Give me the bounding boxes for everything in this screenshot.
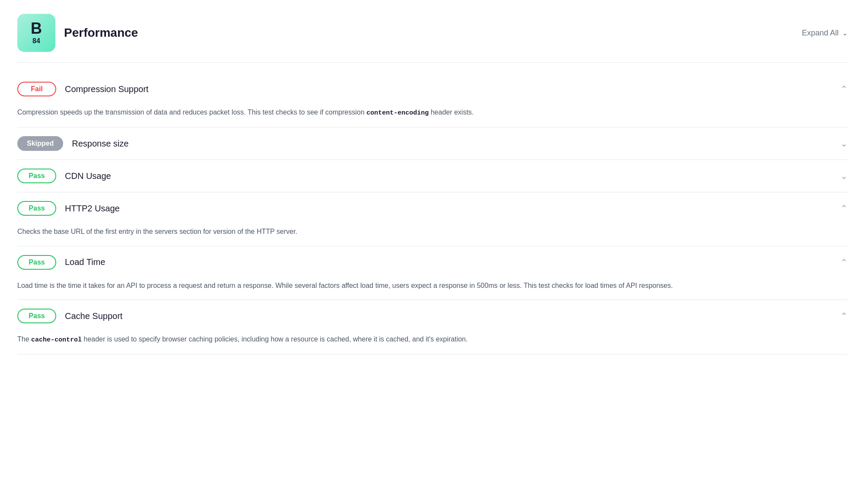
- page-header: B 84 Performance Expand All ⌄: [17, 14, 848, 63]
- page-title: Performance: [64, 26, 138, 40]
- test-item-cache-support: PassCache Support⌃The cache-control head…: [17, 300, 848, 354]
- status-badge-compression-support: Fail: [17, 82, 56, 96]
- test-description-compression-support: Compression speeds up the transmission o…: [17, 105, 848, 127]
- test-header-cdn-usage[interactable]: PassCDN Usage⌄: [17, 160, 848, 192]
- test-item-compression-support: FailCompression Support⌃Compression spee…: [17, 73, 848, 128]
- page-container: B 84 Performance Expand All ⌄ FailCompre…: [0, 0, 865, 504]
- status-badge-cache-support: Pass: [17, 309, 56, 323]
- score-number: 84: [32, 37, 40, 45]
- test-header-cache-support[interactable]: PassCache Support⌃: [17, 300, 848, 332]
- test-item-cdn-usage: PassCDN Usage⌄: [17, 160, 848, 192]
- test-description-cache-support: The cache-control header is used to spec…: [17, 332, 848, 354]
- test-title-compression-support: Compression Support: [65, 84, 148, 94]
- test-header-left-cdn-usage: PassCDN Usage: [17, 169, 111, 183]
- expand-all-label: Expand All: [802, 29, 839, 38]
- test-header-compression-support[interactable]: FailCompression Support⌃: [17, 73, 848, 105]
- test-header-left-response-size: SkippedResponse size: [17, 136, 128, 151]
- test-description-http2-usage: Checks the base URL of the first entry i…: [17, 224, 848, 246]
- chevron-icon-load-time: ⌃: [840, 257, 848, 268]
- status-badge-http2-usage: Pass: [17, 201, 56, 216]
- test-description-load-time: Load time is the time it takes for an AP…: [17, 278, 848, 300]
- test-title-cdn-usage: CDN Usage: [65, 171, 111, 181]
- chevron-icon-cdn-usage: ⌄: [840, 171, 848, 181]
- inline-code-cache-support: cache-control: [31, 336, 82, 344]
- test-header-http2-usage[interactable]: PassHTTP2 Usage⌃: [17, 192, 848, 224]
- inline-code-compression-support: content-encoding: [366, 109, 429, 117]
- header-left: B 84 Performance: [17, 14, 138, 52]
- chevron-icon-http2-usage: ⌃: [840, 203, 848, 214]
- test-header-response-size[interactable]: SkippedResponse size⌄: [17, 128, 848, 159]
- expand-all-chevron-icon: ⌄: [842, 29, 848, 37]
- test-item-load-time: PassLoad Time⌃Load time is the time it t…: [17, 246, 848, 300]
- test-header-left-compression-support: FailCompression Support: [17, 82, 148, 96]
- test-title-load-time: Load Time: [65, 257, 105, 267]
- test-header-left-cache-support: PassCache Support: [17, 309, 122, 323]
- test-header-load-time[interactable]: PassLoad Time⌃: [17, 246, 848, 278]
- score-letter: B: [31, 21, 42, 36]
- tests-list: FailCompression Support⌃Compression spee…: [17, 73, 848, 354]
- status-badge-load-time: Pass: [17, 255, 56, 270]
- expand-all-button[interactable]: Expand All ⌄: [802, 29, 848, 38]
- test-header-left-load-time: PassLoad Time: [17, 255, 105, 270]
- test-title-cache-support: Cache Support: [65, 311, 122, 321]
- chevron-icon-compression-support: ⌃: [840, 84, 848, 94]
- test-title-http2-usage: HTTP2 Usage: [65, 204, 120, 214]
- score-badge: B 84: [17, 14, 55, 52]
- chevron-icon-cache-support: ⌃: [840, 311, 848, 321]
- test-item-response-size: SkippedResponse size⌄: [17, 128, 848, 160]
- chevron-icon-response-size: ⌄: [840, 138, 848, 149]
- status-badge-response-size: Skipped: [17, 136, 63, 151]
- status-badge-cdn-usage: Pass: [17, 169, 56, 183]
- test-item-http2-usage: PassHTTP2 Usage⌃Checks the base URL of t…: [17, 192, 848, 246]
- test-title-response-size: Response size: [72, 139, 128, 149]
- test-header-left-http2-usage: PassHTTP2 Usage: [17, 201, 120, 216]
